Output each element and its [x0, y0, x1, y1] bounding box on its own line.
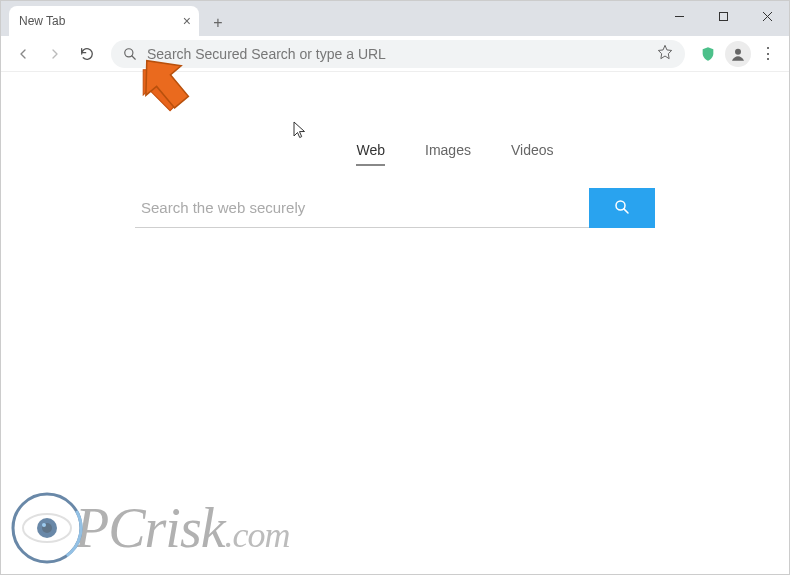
back-button[interactable] [9, 40, 37, 68]
tab-images[interactable]: Images [425, 142, 471, 166]
menu-button[interactable]: ⋮ [755, 41, 781, 67]
watermark-eye-icon [11, 492, 83, 564]
profile-avatar-icon[interactable] [725, 41, 751, 67]
watermark-prefix: PC [75, 496, 145, 560]
tab-strip: New Tab × + [1, 1, 789, 36]
tab-videos[interactable]: Videos [511, 142, 554, 166]
close-window-button[interactable] [745, 1, 789, 31]
svg-rect-1 [719, 12, 727, 20]
new-tab-button[interactable]: + [205, 10, 231, 36]
magnifier-icon [613, 198, 631, 219]
page-content: Web Images Videos [1, 72, 789, 228]
svg-line-9 [624, 208, 628, 212]
search-input[interactable] [135, 188, 589, 228]
watermark-text: PCrisk.com [75, 496, 290, 560]
watermark-suffix: .com [225, 514, 290, 556]
svg-line-5 [132, 55, 136, 59]
minimize-button[interactable] [657, 1, 701, 31]
reload-button[interactable] [73, 40, 101, 68]
omnibox-input[interactable] [147, 46, 651, 62]
shield-extension-icon[interactable] [695, 41, 721, 67]
svg-point-16 [42, 523, 46, 527]
tab-title: New Tab [19, 14, 65, 28]
bookmark-star-icon[interactable] [657, 44, 673, 63]
search-button[interactable] [589, 188, 655, 228]
close-tab-icon[interactable]: × [183, 13, 191, 29]
maximize-button[interactable] [701, 1, 745, 31]
watermark-mid: risk [145, 496, 225, 560]
tab-web[interactable]: Web [356, 142, 385, 166]
browser-window: New Tab × + [0, 0, 790, 575]
window-controls [657, 1, 789, 31]
omnibox[interactable] [111, 40, 685, 68]
forward-button[interactable] [41, 40, 69, 68]
search-category-tabs: Web Images Videos [356, 142, 553, 166]
browser-tab[interactable]: New Tab × [9, 6, 199, 36]
svg-point-7 [735, 48, 741, 54]
toolbar: ⋮ [1, 36, 789, 72]
watermark-logo: PCrisk.com [11, 492, 290, 564]
search-bar [135, 188, 655, 228]
search-icon [123, 47, 137, 61]
